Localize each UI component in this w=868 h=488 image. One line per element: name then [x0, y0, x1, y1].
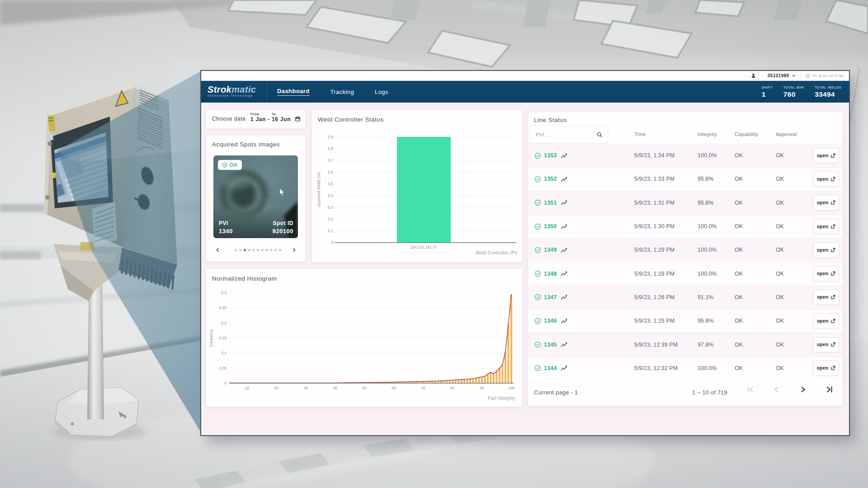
svg-text:Weld Controller IPs: Weld Controller IPs: [476, 250, 517, 255]
svg-text:20: 20: [274, 386, 278, 390]
svg-text:0.5: 0.5: [328, 182, 333, 186]
svg-text:40: 40: [333, 386, 337, 390]
svg-text:0.2: 0.2: [328, 217, 333, 221]
svg-text:Part Integrity: Part Integrity: [488, 396, 515, 401]
svg-text:30: 30: [303, 386, 308, 390]
svg-text:0.1: 0.1: [328, 229, 333, 233]
svg-text:0: 0: [224, 381, 226, 385]
svg-text:0.8: 0.8: [328, 146, 333, 151]
svg-text:0.9: 0.9: [328, 135, 333, 139]
svg-text:0.2: 0.2: [221, 321, 226, 325]
svg-text:70: 70: [421, 386, 425, 390]
svg-text:0.6: 0.6: [328, 170, 333, 174]
svg-text:0.1: 0.1: [221, 351, 226, 355]
svg-text:80: 80: [450, 386, 455, 390]
svg-text:Approved Welds (%): Approved Welds (%): [316, 172, 321, 207]
svg-text:50: 50: [362, 386, 367, 390]
svg-text:0.3: 0.3: [328, 205, 333, 210]
svg-text:0.15: 0.15: [219, 336, 226, 340]
svg-text:Frequency: Frequency: [209, 328, 213, 347]
svg-text:0.7: 0.7: [328, 158, 333, 163]
svg-text:0.4: 0.4: [328, 193, 333, 198]
svg-text:60: 60: [392, 386, 396, 390]
svg-text:10: 10: [245, 386, 249, 390]
svg-text:124,131,141,77: 124,131,141,77: [410, 245, 437, 249]
svg-text:0.05: 0.05: [219, 366, 226, 371]
svg-text:0: 0: [331, 240, 333, 245]
svg-text:90: 90: [480, 386, 484, 390]
svg-text:0.25: 0.25: [219, 305, 226, 310]
svg-text:100: 100: [508, 386, 514, 390]
svg-text:0.3: 0.3: [221, 291, 226, 295]
